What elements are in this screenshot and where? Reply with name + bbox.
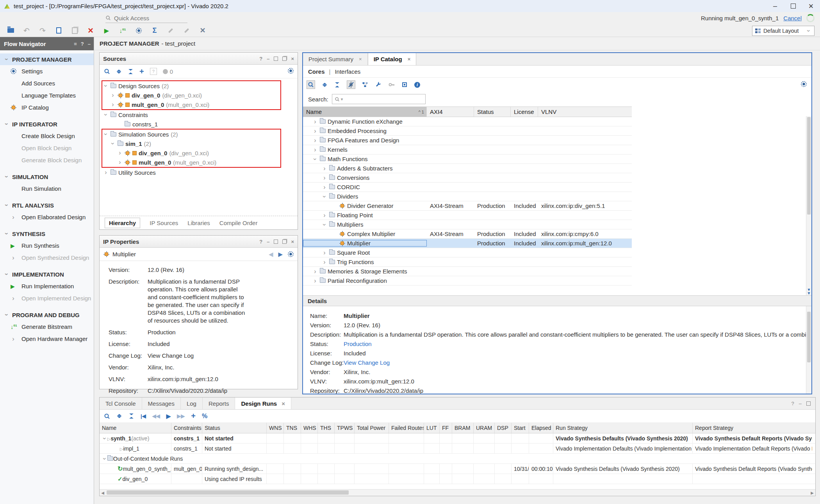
delete-icon[interactable]: × [86, 26, 95, 35]
ip-catalog-row[interactable]: Dynamic Function eXchange [303, 117, 632, 126]
ip-catalog-row[interactable]: Divider Generator AXI4-Stream Production… [303, 201, 632, 211]
expander-icon[interactable] [312, 147, 318, 153]
expander-icon[interactable] [103, 131, 109, 137]
tree-row-constraints[interactable]: Constraints [100, 110, 298, 119]
expander-icon[interactable] [312, 119, 318, 125]
customize-ip-icon[interactable] [375, 82, 381, 88]
close-tab-icon[interactable]: × [408, 56, 411, 62]
ip-catalog-row[interactable]: Memories & Storage Elements [303, 267, 632, 276]
design-run-row[interactable]: impl_1 constrs_1 Not started Vivado Impl… [100, 444, 815, 454]
quick-access[interactable] [105, 13, 187, 23]
catalog-settings-icon[interactable] [801, 81, 807, 87]
subtab-interfaces[interactable]: Interfaces [335, 68, 360, 75]
scroll-down-icon[interactable]: ▼▼ [806, 288, 811, 295]
column-header[interactable]: WHS [301, 423, 318, 433]
maximize-panel-icon[interactable] [274, 240, 278, 244]
ip-catalog-row[interactable]: Floating Point [303, 211, 632, 220]
generate-bitstream-icon[interactable] [118, 26, 127, 35]
column-header[interactable]: Total Power [355, 423, 389, 433]
ip-catalog-row[interactable]: Multiplier Production Included xilinx.co… [303, 239, 632, 248]
details-scrollbar[interactable] [806, 306, 811, 394]
column-header[interactable]: Report Strategy [693, 423, 812, 433]
help-icon[interactable]: ? [259, 239, 262, 245]
column-name[interactable]: Name^ 1 [303, 107, 427, 117]
tree-row-div-gen[interactable]: div_gen_0(div_gen_0.xci) [102, 91, 280, 100]
section-header[interactable]: IP INTEGRATOR [0, 118, 94, 130]
collapse-all-icon[interactable] [116, 69, 122, 75]
ip-catalog-row[interactable]: Multipliers [303, 220, 632, 229]
group-by-hierarchy-icon[interactable] [362, 82, 369, 88]
ip-catalog-row[interactable]: Dividers [303, 192, 632, 201]
flow-nav-item[interactable]: Open Elaborated Design [0, 211, 94, 223]
tree-row-sim1[interactable]: sim_1(2) [102, 139, 280, 148]
expander-icon[interactable] [321, 222, 328, 227]
undo-icon[interactable]: ↶ [22, 26, 31, 35]
ip-catalog-row[interactable]: Partial Reconfiguration [303, 276, 632, 286]
tab-design-runs[interactable]: Design Runs× [235, 398, 291, 409]
properties-settings-icon[interactable] [288, 251, 294, 257]
ip-catalog-row[interactable]: Square Root [303, 248, 632, 257]
expander-icon[interactable] [322, 184, 327, 190]
forward-icon[interactable]: ▶ [278, 251, 283, 258]
subtab-cores[interactable]: Cores [308, 68, 325, 75]
tree-row-utility-sources[interactable]: Utility Sources [100, 168, 298, 177]
ip-catalog-row[interactable]: Trig Functions [303, 257, 632, 267]
column-axi4[interactable]: AXI4 [427, 107, 474, 117]
column-header[interactable]: TPWS [335, 423, 355, 433]
launch-runs-icon[interactable]: ▶ [166, 413, 171, 420]
expander-icon[interactable] [322, 250, 327, 256]
column-header[interactable]: Failed Routes [389, 423, 424, 433]
help-icon[interactable]: ? [81, 41, 84, 47]
status-link[interactable]: Production [148, 328, 176, 336]
flow-nav-item[interactable]: Open Block Design [0, 142, 94, 154]
ip-catalog-row[interactable]: FPGA Features and Design [303, 136, 632, 145]
column-vlnv[interactable]: VLNV [538, 107, 632, 117]
tab-ip-catalog[interactable]: IP Catalog× [368, 53, 417, 65]
column-header[interactable]: Constraints [171, 423, 202, 433]
quick-access-input[interactable] [113, 14, 181, 22]
flow-nav-item[interactable]: IP Catalog [0, 101, 94, 114]
scroll-left-icon[interactable]: ◀ [100, 490, 106, 496]
column-header[interactable]: Start [512, 423, 529, 433]
flow-nav-item[interactable]: Language Templates [0, 89, 94, 101]
cancel-task-icon[interactable]: ✕ [198, 26, 207, 35]
tab-hierarchy[interactable]: Hierarchy [105, 218, 140, 228]
flow-nav-item[interactable]: Run Simulation [0, 183, 94, 195]
tree-row-constrs1[interactable]: constrs_1 [100, 119, 298, 129]
device-icon[interactable] [401, 82, 408, 88]
maximize-icon[interactable] [784, 0, 802, 12]
collapse-all-icon[interactable] [116, 413, 122, 419]
change-log-link[interactable]: View Change Log [148, 352, 194, 360]
section-header[interactable]: SYNTHESIS [0, 228, 94, 240]
design-run-row[interactable]: synth_1 (active) constrs_1 Not started V… [100, 433, 815, 444]
expander-icon[interactable] [312, 128, 318, 134]
expander-icon[interactable] [110, 101, 116, 108]
tree-row-mult-gen-sim[interactable]: mult_gen_0(mult_gen_0.xci) [102, 158, 280, 167]
tree-row-div-gen-sim[interactable]: div_gen_0(div_gen_0.xci) [102, 148, 280, 158]
flow-nav-item[interactable]: Create Block Design [0, 130, 94, 142]
scroll-right-icon[interactable]: ▶ [809, 490, 815, 496]
expander-icon[interactable] [110, 92, 116, 98]
column-header[interactable]: Status [202, 423, 267, 433]
open-project-icon[interactable] [6, 26, 15, 35]
ip-catalog-row[interactable]: Math Functions [303, 154, 632, 164]
create-run-icon[interactable]: + [191, 412, 196, 421]
column-header[interactable]: LUT [424, 423, 440, 433]
expander-icon[interactable] [312, 137, 318, 144]
ip-catalog-row[interactable]: Kernels [303, 145, 632, 154]
ip-catalog-row[interactable]: Conversions [303, 173, 632, 183]
expander-icon[interactable] [103, 83, 109, 89]
column-header[interactable]: Run Strategy [553, 423, 693, 433]
expand-all-icon[interactable] [128, 69, 134, 75]
ip-catalog-row[interactable]: Adders & Subtracters [303, 164, 632, 173]
flow-nav-item[interactable]: Add Sources [0, 77, 94, 89]
help-icon[interactable]: ? [791, 401, 794, 406]
close-tab-icon[interactable]: × [359, 56, 362, 62]
column-header[interactable]: Name [100, 423, 171, 433]
minimize-panel-icon[interactable]: – [88, 41, 91, 47]
column-header[interactable]: TNS [284, 423, 301, 433]
reset-runs-icon[interactable]: |◀ [141, 413, 146, 419]
column-header[interactable]: THS [318, 423, 335, 433]
tree-row-design-sources[interactable]: Design Sources(2) [102, 81, 280, 91]
column-status[interactable]: Status [474, 107, 511, 117]
